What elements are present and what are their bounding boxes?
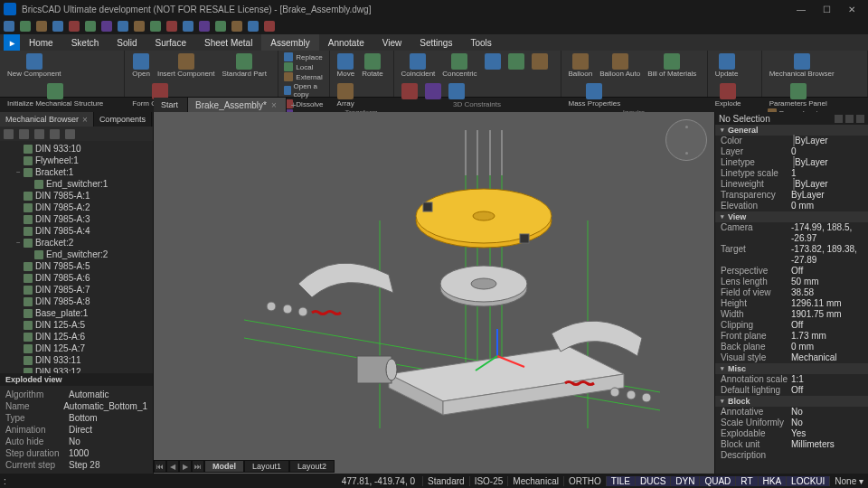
prop-section-block[interactable]: ▾Block [715,396,868,407]
menu-tools[interactable]: Tools [461,34,500,51]
ribbon-parameters-panel[interactable]: Parameters Panel [768,82,829,108]
tree-node[interactable]: DIN 7985-A:7 [0,284,153,296]
menu-annotate[interactable]: Annotate [319,34,373,51]
tree-node[interactable]: Base_plate:1 [0,307,153,319]
prop-value[interactable]: 0 [791,146,863,157]
doc-tab-add[interactable]: + [287,98,301,112]
status-item[interactable]: Mechanical [507,476,563,486]
panel-tab-components[interactable]: Components [94,112,152,127]
doc-tab[interactable]: Brake_Assembly*× [188,98,287,112]
prop-value[interactable]: Off [791,385,863,396]
prop-section-misc[interactable]: ▾Misc [715,363,868,374]
ribbon-constraint-icon[interactable] [423,82,443,100]
prop-value[interactable]: ByLayer [791,157,863,168]
ribbon-constraint-icon[interactable] [447,82,467,100]
status-toggle-quad[interactable]: QUAD [699,476,735,486]
menu-settings[interactable]: Settings [410,34,461,51]
prop-value[interactable]: 1 [791,168,863,179]
ribbon-move[interactable]: Move [335,52,357,79]
status-toggle-ducs[interactable]: DUCS [635,476,670,486]
tree-node[interactable]: DIN 7985-A:5 [0,260,153,272]
menu-view[interactable]: View [373,34,411,51]
ribbon-constraint-icon[interactable] [506,52,526,79]
close-button[interactable]: ✕ [839,1,864,17]
ribbon-rotate[interactable]: Rotate [360,52,385,79]
prop-value[interactable]: -174.99, 188.5, -26.97 [791,222,863,244]
tree-node[interactable]: −Bracket:2 [0,237,153,249]
ribbon-balloon[interactable]: Balloon [567,52,595,79]
layout-nav-button[interactable]: ▶ [179,460,192,473]
prop-value[interactable]: 1:1 [791,374,863,385]
qat-icon[interactable] [248,21,259,32]
filter-icon[interactable] [845,115,854,123]
minimize-button[interactable]: — [788,1,814,17]
menu-surface[interactable]: Surface [146,34,195,51]
qat-icon[interactable] [4,21,14,32]
qat-icon[interactable] [166,21,177,32]
ribbon-constraint-icon[interactable] [400,82,420,100]
status-toggle-tile[interactable]: TILE [606,476,635,486]
tree-node[interactable]: DIN 7985-A:8 [0,296,153,307]
ribbon-new-component[interactable]: New Component [5,52,63,79]
prop-value[interactable]: Automatic_Bottom_1 [63,400,147,412]
menu-solid[interactable]: Solid [108,34,146,51]
ribbon-mass-properties[interactable]: Mass Properties [567,82,623,108]
ribbon-coincident[interactable]: Coincident [400,52,438,79]
layout-tab-layout1[interactable]: Layout1 [244,460,289,473]
qat-icon[interactable] [52,21,63,32]
tree-node[interactable]: Flywheel:1 [0,155,153,166]
ribbon-bill-of-materials[interactable]: Bill of Materials [646,52,698,79]
panel-tab-mechanical-browser[interactable]: Mechanical Browser× [0,112,94,127]
menu-assembly[interactable]: Assembly [261,34,318,51]
qat-icon[interactable] [36,21,47,32]
qat-icon[interactable] [231,21,242,32]
prop-value[interactable]: 1000 [69,447,89,459]
browser-tool-icon[interactable] [19,129,29,139]
viewport-3d[interactable]: ⏮◀▶⏭ModelLayout1Layout2 [154,112,714,474]
close-icon[interactable]: × [82,115,88,125]
tree-node[interactable]: End_switcher:2 [0,249,153,260]
prop-value[interactable]: Off [791,266,863,277]
ribbon-open[interactable]: Open [130,52,152,79]
prop-value[interactable]: No [791,418,863,428]
tree-node[interactable]: DIN 933:10 [0,143,153,155]
view-navigator[interactable] [665,119,707,161]
tree-node[interactable]: DIN 125-A:7 [0,343,153,354]
prop-value[interactable]: Mechanical [791,352,863,363]
ribbon-array[interactable]: Array [335,82,356,108]
qat-icon[interactable] [118,21,128,32]
browser-tool-icon[interactable] [65,129,75,139]
tree-node[interactable]: DIN 933:12 [0,366,153,373]
layout-tab-model[interactable]: Model [204,460,244,473]
qat-icon[interactable] [101,21,112,32]
ribbon-initialize-mechanical-structure[interactable]: Initialize Mechanical Structure [5,82,105,108]
qat-icon[interactable] [150,21,161,32]
prop-value[interactable]: ByLayer [791,190,863,201]
tree-node[interactable]: DIN 7985-A:4 [0,225,153,237]
tree-node[interactable]: −Bracket:1 [0,166,153,178]
tree-node[interactable]: DIN 7985-A:2 [0,202,153,213]
tree-node[interactable]: DIN 125-A:6 [0,331,153,343]
ribbon-replace[interactable]: Replace [284,52,323,61]
layout-nav-button[interactable]: ◀ [166,460,179,473]
status-toggle-dyn[interactable]: DYN [670,476,699,486]
qat-icon[interactable] [69,21,80,32]
prop-value[interactable]: No [69,436,80,447]
ribbon-mechanical-browser[interactable]: Mechanical Browser [768,52,836,79]
layout-tab-layout2[interactable]: Layout2 [289,460,335,473]
prop-value[interactable]: Millimeters [791,439,863,450]
doc-tab-start[interactable]: Start [154,98,188,112]
ribbon-balloon-auto[interactable]: Balloon Auto [598,52,642,79]
app-logo[interactable]: ▸ [4,34,20,51]
browser-tool-icon[interactable] [34,129,44,139]
command-line[interactable]: : [0,476,154,486]
qat-icon[interactable] [215,21,226,32]
prop-value[interactable]: Step 28 [69,459,99,471]
close-icon[interactable]: × [271,100,277,110]
ribbon-concentric[interactable]: Concentric [440,52,478,79]
tree-node[interactable]: DIN 7985-A:6 [0,272,153,284]
tree-node[interactable]: DIN 125-A:5 [0,319,153,331]
filter-icon[interactable] [835,115,843,123]
tree-node[interactable]: DIN 933:11 [0,354,153,366]
prop-value[interactable]: ByLayer [791,136,863,146]
